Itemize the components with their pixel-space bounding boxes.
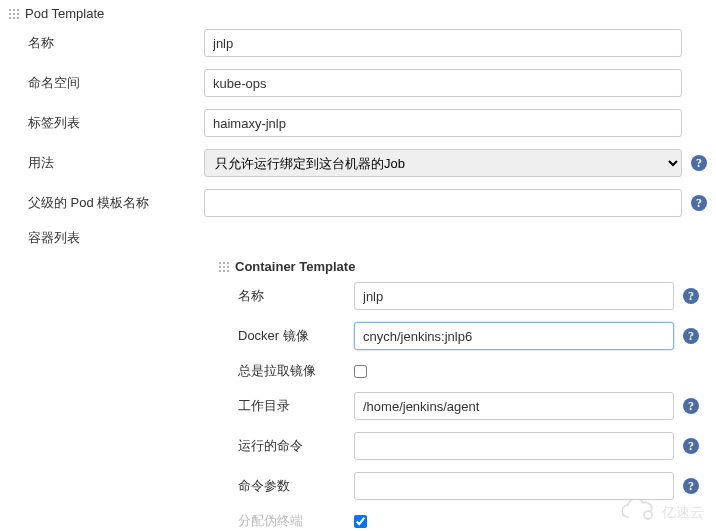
- labels-input[interactable]: [204, 109, 682, 137]
- ct-pull-checkbox[interactable]: [354, 365, 367, 378]
- ct-name-input[interactable]: [354, 282, 674, 310]
- help-icon[interactable]: ?: [682, 327, 700, 345]
- parent-template-input[interactable]: [204, 189, 682, 217]
- ct-docker-label: Docker 镜像: [204, 327, 354, 345]
- name-label: 名称: [8, 34, 204, 52]
- drag-handle-icon[interactable]: [218, 261, 229, 272]
- ct-name-label: 名称: [204, 287, 354, 305]
- svg-point-20: [223, 270, 225, 272]
- svg-text:?: ?: [688, 329, 694, 343]
- svg-text:?: ?: [696, 156, 702, 170]
- help-icon[interactable]: ?: [682, 397, 700, 415]
- svg-point-0: [9, 9, 11, 11]
- svg-point-16: [219, 266, 221, 268]
- ct-tty-checkbox[interactable]: [354, 515, 367, 528]
- ct-command-input[interactable]: [354, 432, 674, 460]
- pod-template-header: Pod Template: [8, 0, 708, 23]
- name-input[interactable]: [204, 29, 682, 57]
- svg-point-32: [644, 511, 652, 519]
- svg-point-7: [13, 17, 15, 19]
- svg-point-13: [219, 262, 221, 264]
- containers-label: 容器列表: [8, 229, 204, 247]
- labels-label: 标签列表: [8, 114, 204, 132]
- svg-text:?: ?: [688, 289, 694, 303]
- ct-args-input[interactable]: [354, 472, 674, 500]
- help-icon[interactable]: ?: [690, 154, 708, 172]
- namespace-input[interactable]: [204, 69, 682, 97]
- svg-point-1: [13, 9, 15, 11]
- usage-label: 用法: [8, 154, 204, 172]
- pod-template-title: Pod Template: [25, 6, 104, 21]
- svg-point-8: [17, 17, 19, 19]
- svg-point-15: [227, 262, 229, 264]
- ct-pull-label: 总是拉取镜像: [204, 362, 354, 380]
- help-icon[interactable]: ?: [682, 477, 700, 495]
- svg-point-6: [9, 17, 11, 19]
- drag-handle-icon[interactable]: [8, 8, 19, 19]
- container-template-title: Container Template: [235, 259, 355, 274]
- help-icon[interactable]: ?: [682, 287, 700, 305]
- ct-args-label: 命令参数: [204, 477, 354, 495]
- ct-workdir-label: 工作目录: [204, 397, 354, 415]
- help-icon[interactable]: ?: [690, 194, 708, 212]
- svg-point-2: [17, 9, 19, 11]
- ct-workdir-input[interactable]: [354, 392, 674, 420]
- svg-point-19: [219, 270, 221, 272]
- container-template-header: Container Template: [204, 253, 700, 276]
- svg-point-3: [9, 13, 11, 15]
- help-icon[interactable]: ?: [682, 437, 700, 455]
- svg-text:?: ?: [696, 196, 702, 210]
- svg-point-5: [17, 13, 19, 15]
- usage-select[interactable]: 只允许运行绑定到这台机器的Job: [204, 149, 682, 177]
- svg-text:亿速云: 亿速云: [661, 505, 704, 520]
- svg-text:?: ?: [688, 399, 694, 413]
- namespace-label: 命名空间: [8, 74, 204, 92]
- ct-docker-input[interactable]: [354, 322, 674, 350]
- ct-tty-label: 分配伪终端: [204, 512, 354, 530]
- parent-template-label: 父级的 Pod 模板名称: [8, 194, 204, 212]
- ct-command-label: 运行的命令: [204, 437, 354, 455]
- watermark-logo: 亿速云: [622, 499, 706, 525]
- svg-point-18: [227, 266, 229, 268]
- svg-text:?: ?: [688, 439, 694, 453]
- svg-point-17: [223, 266, 225, 268]
- svg-point-14: [223, 262, 225, 264]
- svg-point-21: [227, 270, 229, 272]
- svg-point-4: [13, 13, 15, 15]
- svg-text:?: ?: [688, 479, 694, 493]
